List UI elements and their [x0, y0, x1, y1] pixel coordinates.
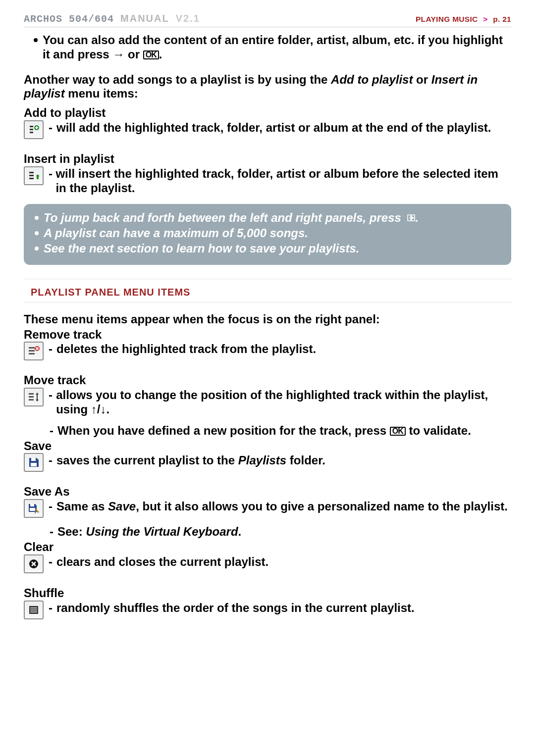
info-box: To jump back and forth between the left … [24, 204, 511, 264]
text: will insert the highlighted track, folde… [55, 167, 511, 196]
ok-button-glyph: OK [143, 50, 159, 59]
text: folder. [286, 454, 325, 467]
panel-intro: These menu items appear when the focus i… [24, 312, 511, 327]
text: Another way to add songs to a playlist i… [24, 73, 331, 86]
bullet-dot-icon [35, 216, 39, 220]
up-down-arrows-icon: ↑/↓ [91, 403, 107, 417]
remove-track-icon [24, 342, 44, 360]
dash-icon: - [49, 388, 54, 403]
save-title: Save [24, 439, 511, 454]
clear-title: Clear [24, 540, 511, 554]
save-as-icon [24, 499, 44, 518]
shuffle-item: -randomly shuffles the order of the song… [24, 601, 511, 619]
bullet-dot-icon [34, 38, 38, 42]
breadcrumb: PLAYING MUSIC > p. 21 [416, 15, 511, 24]
right-arrow-icon: → [112, 48, 124, 62]
another-way-paragraph: Another way to add songs to a playlist i… [24, 73, 511, 101]
shuffle-title: Shuffle [24, 586, 511, 601]
save-icon [24, 453, 44, 472]
text: will add the highlighted track, folder, … [56, 121, 491, 135]
dash-icon: - [49, 601, 54, 615]
text: . [416, 211, 419, 224]
remove-desc: -deletes the highlighted track from the … [49, 342, 511, 356]
brand-model: 504/604 [69, 13, 114, 25]
info-line-2: A playlist can have a maximum of 5,000 s… [35, 226, 500, 241]
svg-rect-2 [29, 347, 35, 349]
text: to validate. [406, 424, 471, 437]
text: deletes the highlighted track from the p… [56, 342, 316, 356]
info-text-3: See the next section to learn how to sav… [44, 242, 500, 256]
crumb-section: PLAYING MUSIC [416, 15, 478, 23]
insert-in-playlist-icon [24, 166, 44, 185]
info-line-1: To jump back and forth between the left … [35, 211, 500, 225]
brand-block: ARCHOS 504/604 MANUAL V2.1 [24, 13, 200, 25]
svg-rect-16 [30, 609, 37, 610]
info-line-3: See the next section to learn how to sav… [35, 242, 500, 256]
intro-bullet: You can also add the content of an entir… [24, 33, 511, 62]
add-to-playlist-em: Add to playlist [331, 73, 413, 86]
move-desc: - allows you to change the position of t… [49, 388, 511, 417]
remove-track-title: Remove track [24, 328, 511, 342]
clear-icon [24, 554, 44, 573]
dash-icon: - [49, 167, 54, 181]
svg-rect-4 [29, 353, 35, 354]
crumb-page: p. 21 [493, 15, 511, 23]
text: See: [57, 525, 86, 538]
insert-desc: -will insert the highlighted track, fold… [49, 166, 511, 196]
dash-icon: - [50, 424, 55, 438]
svg-rect-3 [29, 350, 35, 352]
text: When you have defined a new position for… [57, 424, 390, 437]
dash-icon: - [49, 454, 54, 468]
tab-switch-icon [407, 211, 416, 225]
text: saves the current playlist to the [56, 454, 238, 467]
save-as-desc: - Same as Save, but it also allows you t… [49, 499, 511, 514]
brand-archos: ARCHOS [24, 13, 62, 25]
text: Same as [56, 500, 108, 513]
page-header: ARCHOS 504/604 MANUAL V2.1 PLAYING MUSIC… [24, 13, 511, 27]
text: or [124, 48, 143, 61]
dash-icon: - [49, 121, 54, 135]
move-track-title: Move track [24, 373, 511, 388]
bullet-dot-icon [35, 247, 39, 251]
text: or [413, 73, 431, 86]
add-to-playlist-title: Add to playlist [24, 106, 511, 120]
svg-rect-9 [31, 458, 36, 461]
add-to-playlist-icon [24, 120, 44, 139]
insert-in-playlist-item: -will insert the highlighted track, fold… [24, 166, 511, 196]
save-item: - saves the current playlist to the Play… [24, 453, 511, 472]
bullet-dot-icon [35, 231, 39, 235]
clear-desc: -clears and closes the current playlist. [49, 554, 511, 569]
svg-rect-12 [30, 508, 35, 511]
svg-rect-11 [30, 504, 34, 506]
text: clears and closes the current playlist. [56, 555, 268, 569]
save-as-desc-2: - See: Using the Virtual Keyboard. [24, 525, 511, 539]
shuffle-icon [24, 601, 44, 619]
section-title: PLAYLIST PANEL MENU ITEMS [24, 279, 511, 302]
dash-icon: - [50, 525, 55, 539]
info-text-2: A playlist can have a maximum of 5,000 s… [44, 226, 500, 241]
text: . [107, 403, 110, 416]
remove-track-item: -deletes the highlighted track from the … [24, 342, 511, 360]
add-desc: -will add the highlighted track, folder,… [49, 120, 511, 135]
shuffle-desc: -randomly shuffles the order of the song… [49, 601, 511, 615]
text: menu items: [65, 87, 138, 100]
insert-in-playlist-title: Insert in playlist [24, 152, 511, 166]
crumb-arrow: > [483, 15, 487, 23]
text: randomly shuffles the order of the songs… [56, 601, 415, 615]
virtual-keyboard-em: Using the Virtual Keyboard [86, 525, 238, 538]
save-as-item: - Same as Save, but it also allows you t… [24, 499, 511, 518]
manual-page: ARCHOS 504/604 MANUAL V2.1 PLAYING MUSIC… [0, 0, 535, 646]
info-text-1: To jump back and forth between the left … [44, 211, 500, 225]
move-track-icon [24, 388, 44, 406]
brand-manual: MANUAL [120, 13, 169, 24]
svg-rect-7 [29, 396, 34, 398]
playlists-em: Playlists [238, 454, 286, 467]
ok-button-glyph: OK [390, 427, 406, 436]
section-rule-bottom [24, 302, 511, 302]
brand-version: V2.1 [176, 13, 200, 24]
text: . [238, 525, 242, 538]
svg-rect-6 [29, 393, 34, 395]
text: . [159, 48, 162, 61]
move-track-item: - allows you to change the position of t… [24, 388, 511, 417]
text: allows you to change the position of the… [56, 388, 488, 416]
